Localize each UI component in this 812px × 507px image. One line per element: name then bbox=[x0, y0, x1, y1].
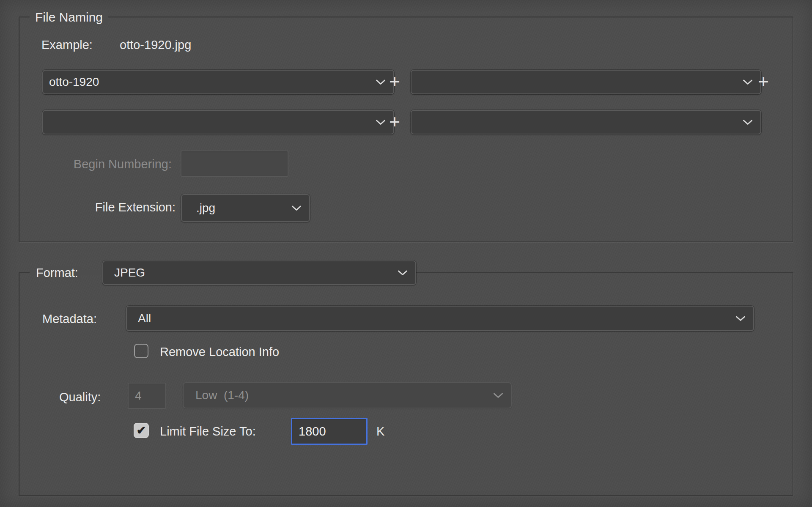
chevron-down-icon bbox=[376, 79, 386, 85]
file-extension-value: .jpg bbox=[196, 201, 291, 215]
file-naming-legend: File Naming bbox=[30, 10, 108, 25]
limit-file-size-input[interactable] bbox=[291, 418, 368, 445]
format-value: JPEG bbox=[114, 266, 398, 280]
format-dropdown[interactable]: JPEG bbox=[102, 260, 416, 285]
example-label: Example: bbox=[41, 38, 93, 52]
format-label: Format: bbox=[36, 266, 81, 280]
chevron-down-icon bbox=[291, 206, 302, 211]
chevron-down-icon bbox=[735, 316, 746, 321]
remove-location-label: Remove Location Info bbox=[160, 345, 279, 359]
remove-location-checkbox[interactable] bbox=[134, 344, 148, 358]
quality-preset-dropdown[interactable]: Low (1-4) bbox=[183, 382, 512, 408]
filename-token-dropdown-2[interactable] bbox=[411, 70, 761, 94]
chevron-down-icon bbox=[376, 120, 386, 125]
chevron-down-icon bbox=[493, 393, 503, 398]
limit-file-size-label: Limit File Size To: bbox=[160, 425, 256, 438]
quality-value-input[interactable] bbox=[128, 383, 166, 409]
chevron-down-icon bbox=[743, 120, 753, 125]
quality-label: Quality: bbox=[59, 390, 101, 404]
file-extension-label: File Extension: bbox=[57, 200, 176, 214]
filename-token-dropdown-4[interactable] bbox=[411, 110, 761, 134]
metadata-value: All bbox=[138, 312, 735, 325]
plus-separator-1: + bbox=[388, 71, 401, 92]
export-options-panel: File Naming Example: otto-1920.jpg otto-… bbox=[0, 0, 812, 507]
begin-numbering-input[interactable] bbox=[181, 151, 288, 177]
plus-separator-3: + bbox=[388, 112, 401, 132]
filename-token-dropdown-3[interactable] bbox=[42, 110, 394, 134]
begin-numbering-label: Begin Numbering: bbox=[42, 157, 172, 171]
filename-token-1-value: otto-1920 bbox=[49, 75, 376, 89]
metadata-label: Metadata: bbox=[42, 312, 97, 326]
chevron-down-icon bbox=[743, 79, 753, 85]
filename-token-dropdown-1[interactable]: otto-1920 bbox=[42, 70, 394, 94]
quality-preset-value: Low (1-4) bbox=[195, 389, 493, 402]
limit-file-size-unit: K bbox=[376, 425, 384, 438]
checkmark-icon: ✔ bbox=[137, 424, 146, 437]
file-extension-dropdown[interactable]: .jpg bbox=[181, 194, 310, 222]
chevron-down-icon bbox=[398, 270, 408, 276]
limit-file-size-checkbox[interactable]: ✔ bbox=[134, 423, 149, 438]
plus-separator-2: + bbox=[757, 71, 770, 92]
example-filename-value: otto-1920.jpg bbox=[120, 38, 191, 52]
metadata-dropdown[interactable]: All bbox=[126, 306, 754, 331]
